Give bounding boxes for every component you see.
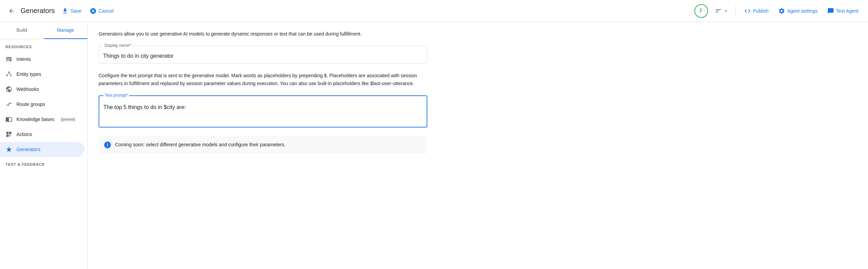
- text-prompt-label: Text prompt*: [103, 93, 129, 98]
- display-name-field-box: Display name*: [99, 46, 427, 64]
- svg-point-1: [7, 75, 8, 76]
- knowledge-bases-icon: [5, 116, 12, 123]
- svg-point-0: [8, 72, 9, 73]
- sidebar-tabs: Build Manage: [0, 22, 87, 39]
- tab-build[interactable]: Build: [0, 22, 44, 39]
- entity-types-icon: [5, 71, 12, 78]
- sidebar-item-actions[interactable]: Actions: [0, 127, 85, 142]
- main-layout: Build Manage RESOURCES Intents: [0, 22, 868, 269]
- info-box: i Coming soon: select different generati…: [99, 136, 427, 154]
- webhooks-icon: [5, 86, 12, 93]
- tab-manage[interactable]: Manage: [44, 22, 88, 39]
- route-groups-label: Route groups: [16, 102, 45, 107]
- test-feedback-label: TEST & FEEDBACK: [0, 157, 87, 169]
- topbar: Generators Save Cancel F: [0, 0, 868, 22]
- sort-button[interactable]: [712, 5, 731, 17]
- avatar: F: [694, 4, 708, 18]
- generators-icon: [5, 146, 12, 153]
- display-name-label: Display name*: [103, 43, 132, 48]
- entity-types-label: Entity types: [16, 71, 41, 77]
- page-title: Generators: [21, 7, 55, 15]
- svg-line-4: [9, 73, 11, 75]
- sidebar-item-generators[interactable]: Generators: [0, 142, 85, 157]
- knowledge-bases-label: Knowledge bases: [16, 117, 54, 122]
- display-name-input[interactable]: [99, 46, 427, 63]
- text-prompt-input[interactable]: [99, 96, 427, 126]
- cancel-button[interactable]: Cancel: [88, 5, 115, 17]
- webhooks-label: Webhooks: [16, 86, 39, 92]
- divider: [735, 5, 736, 16]
- intents-label: Intents: [16, 56, 31, 62]
- test-agent-button[interactable]: Test Agent: [823, 5, 863, 17]
- publish-button[interactable]: Publish: [740, 5, 773, 17]
- info-text: Coming soon: select different generative…: [115, 141, 286, 148]
- sidebar-item-webhooks[interactable]: Webhooks: [0, 82, 85, 97]
- sort-icon: [715, 8, 722, 14]
- display-name-field-wrapper: Display name*: [99, 46, 427, 64]
- resources-label: RESOURCES: [0, 39, 87, 52]
- knowledge-bases-badge: [preview]: [60, 117, 76, 122]
- topbar-actions: Save Cancel: [60, 5, 115, 17]
- main-description: Generators allow you to use generative A…: [99, 30, 427, 38]
- sidebar-item-knowledge-bases[interactable]: Knowledge bases [preview]: [0, 112, 85, 127]
- info-icon: i: [104, 142, 111, 148]
- back-icon: [8, 8, 15, 14]
- agent-settings-button[interactable]: Agent settings: [774, 5, 822, 17]
- route-groups-icon: [5, 101, 12, 108]
- agent-settings-icon: [778, 8, 785, 14]
- sidebar: Build Manage RESOURCES Intents: [0, 22, 88, 269]
- publish-icon: [744, 8, 751, 14]
- text-prompt-field-wrapper: Text prompt*: [99, 95, 427, 127]
- generators-label: Generators: [16, 147, 40, 152]
- actions-label: Actions: [16, 132, 32, 137]
- test-agent-icon: [827, 8, 834, 14]
- topbar-left: Generators Save Cancel: [5, 5, 115, 17]
- content-area: Generators allow you to use generative A…: [88, 22, 868, 269]
- sort-dropdown-icon: [723, 8, 729, 14]
- save-button[interactable]: Save: [60, 5, 83, 17]
- sidebar-item-entity-types[interactable]: Entity types: [0, 67, 85, 82]
- text-prompt-field-box: Text prompt*: [99, 95, 427, 127]
- svg-line-3: [7, 73, 9, 75]
- svg-point-2: [10, 75, 11, 76]
- back-button[interactable]: [5, 5, 18, 17]
- cancel-icon: [90, 8, 97, 14]
- save-icon: [62, 8, 68, 14]
- sidebar-item-intents[interactable]: Intents: [0, 52, 85, 67]
- prompt-description: Configure the text prompt that is sent t…: [99, 72, 427, 87]
- intents-icon: [5, 56, 12, 63]
- sidebar-item-route-groups[interactable]: Route groups: [0, 97, 85, 112]
- topbar-right: Publish Agent settings Test Agent: [740, 5, 863, 17]
- actions-icon: [5, 131, 12, 138]
